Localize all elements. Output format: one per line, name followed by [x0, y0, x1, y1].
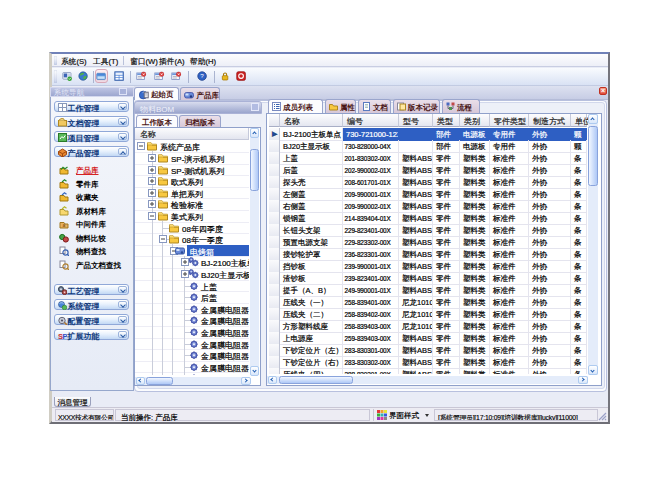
- svg-text:?: ?: [200, 72, 204, 79]
- svg-text:P: P: [62, 332, 67, 341]
- svg-text:a: a: [63, 222, 66, 228]
